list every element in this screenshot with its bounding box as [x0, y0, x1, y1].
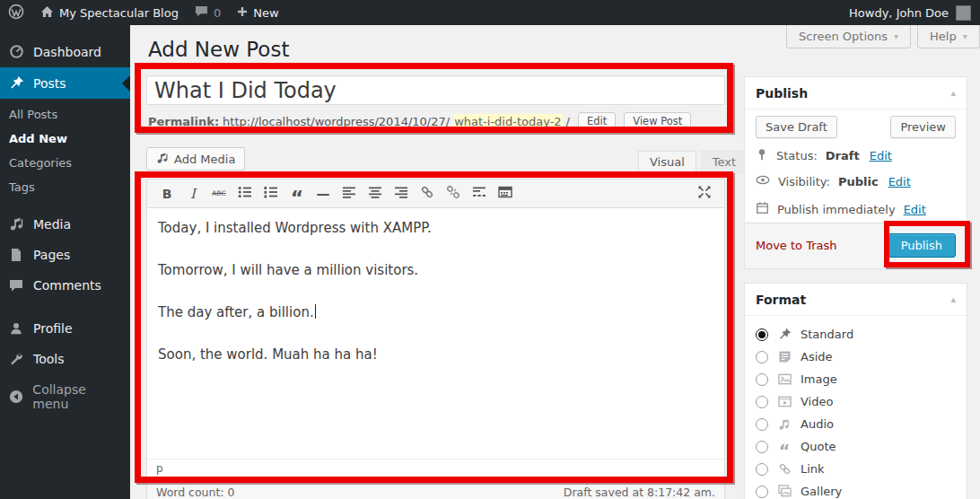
submenu-all-posts[interactable]: All Posts — [0, 102, 130, 127]
pages-icon — [7, 248, 25, 262]
tools-icon — [7, 352, 25, 366]
image-icon — [776, 372, 792, 386]
format-option-aside: Aside — [756, 346, 956, 368]
aside-icon — [776, 350, 792, 363]
sidebar-label-posts: Posts — [33, 76, 66, 91]
screen-meta-links: Screen Options ▾ Help ▾ — [786, 25, 980, 48]
radio-standard[interactable] — [756, 328, 768, 341]
format-label-video[interactable]: Video — [801, 395, 833, 408]
edit-visibility-link[interactable]: Edit — [888, 175, 911, 188]
format-label-link[interactable]: Link — [801, 462, 825, 476]
help-tab[interactable]: Help ▾ — [917, 25, 980, 48]
sidebar-item-collapse-menu[interactable]: Collapse menu — [0, 374, 130, 419]
sidebar-item-dashboard[interactable]: Dashboard — [0, 36, 130, 67]
move-to-trash-link[interactable]: Move to Trash — [756, 239, 837, 252]
sidebar-item-comments[interactable]: Comments — [0, 270, 130, 301]
radio-audio[interactable] — [756, 418, 768, 431]
preview-button[interactable]: Preview — [890, 116, 956, 138]
wordpress-menu[interactable] — [0, 0, 32, 25]
format-option-link: Link — [756, 458, 956, 480]
format-label-audio[interactable]: Audio — [801, 417, 834, 431]
edit-status-link[interactable]: Edit — [870, 149, 892, 162]
sidebar-item-pages[interactable]: Pages — [0, 240, 130, 270]
format-label-quote[interactable]: Quote — [801, 440, 836, 453]
sidebar-item-posts[interactable]: Posts — [0, 67, 130, 99]
gallery-icon — [776, 485, 792, 498]
admin-sidebar: Dashboard Posts All Posts Add New Catego… — [0, 25, 130, 499]
align-right-button[interactable] — [389, 182, 414, 206]
publish-box-header[interactable]: Publish ▴ — [745, 77, 967, 109]
format-box: Format ▴ Standard Aside Image Video Audi… — [744, 283, 967, 499]
screen-options-label: Screen Options — [799, 30, 888, 43]
dashboard-icon — [7, 44, 25, 59]
publish-button[interactable]: Publish — [888, 233, 956, 258]
howdy-text[interactable]: Howdy, John Doe — [849, 6, 949, 20]
quote-icon: “ — [776, 440, 792, 454]
radio-gallery[interactable] — [756, 486, 768, 498]
blockquote-button[interactable]: “ — [284, 182, 310, 206]
align-center-button[interactable] — [363, 182, 388, 206]
remove-link-button[interactable] — [441, 182, 466, 206]
submenu-tags[interactable]: Tags — [0, 175, 130, 199]
comment-bubble-icon — [195, 5, 208, 20]
align-left-button[interactable] — [337, 182, 362, 206]
radio-image[interactable] — [756, 373, 768, 386]
format-label-image[interactable]: Image — [801, 372, 837, 386]
avatar[interactable] — [956, 5, 971, 21]
add-media-label: Add Media — [174, 153, 235, 166]
status-label: Status: — [776, 149, 818, 162]
toolbar-toggle-button[interactable] — [493, 182, 518, 206]
sidebar-label-collapse: Collapse menu — [32, 382, 123, 411]
comments-shortcut[interactable]: 0 — [187, 0, 229, 25]
collapse-toggle-icon[interactable]: ▴ — [950, 293, 956, 305]
sidebar-item-tools[interactable]: Tools — [0, 344, 130, 374]
format-box-header[interactable]: Format ▴ — [745, 284, 967, 316]
horizontal-rule-button[interactable]: — — [311, 182, 336, 206]
radio-quote[interactable] — [756, 441, 768, 453]
numbered-list-button[interactable] — [258, 182, 284, 206]
editor-content-area[interactable]: Today, I installed Wordpress with XAMPP.… — [147, 208, 724, 460]
radio-link[interactable] — [756, 463, 768, 476]
radio-aside[interactable] — [756, 351, 768, 363]
new-content-menu[interactable]: New — [229, 0, 286, 25]
chevron-down-icon: ▾ — [894, 31, 898, 41]
format-label-standard[interactable]: Standard — [801, 328, 853, 341]
sidebar-label-pages: Pages — [33, 248, 70, 262]
sidebar-item-media[interactable]: Media — [0, 208, 130, 240]
save-draft-button[interactable]: Save Draft — [756, 116, 837, 138]
collapse-toggle-icon[interactable]: ▴ — [950, 87, 956, 99]
link-icon — [776, 462, 792, 476]
admin-bar: My Spectacular Blog 0 New Howdy, John Do… — [0, 0, 980, 25]
format-box-title: Format — [756, 293, 806, 307]
add-media-button[interactable]: Add Media — [146, 147, 245, 171]
audio-icon — [776, 418, 792, 431]
sidebar-item-profile[interactable]: Profile — [0, 313, 130, 344]
horizontal-rule-icon: — — [317, 186, 330, 202]
strikethrough-button[interactable]: ABC — [206, 182, 232, 206]
edit-schedule-link[interactable]: Edit — [904, 203, 926, 216]
publish-box-footer: Move to Trash Publish — [745, 223, 967, 268]
posts-submenu: All Posts Add New Categories Tags — [0, 99, 130, 208]
submenu-categories[interactable]: Categories — [0, 151, 130, 175]
bullet-list-button[interactable] — [232, 182, 258, 206]
distraction-free-button[interactable] — [692, 182, 717, 206]
chevron-down-icon: ▾ — [963, 31, 967, 41]
edit-permalink-button[interactable]: Edit — [578, 112, 616, 130]
format-label-gallery[interactable]: Gallery — [801, 485, 842, 498]
more-tag-icon — [472, 185, 486, 202]
site-name-link[interactable]: My Spectacular Blog — [32, 0, 187, 25]
more-tag-button[interactable] — [467, 182, 492, 206]
format-option-image: Image — [756, 368, 956, 390]
screen-options-tab[interactable]: Screen Options ▾ — [786, 25, 911, 48]
insert-link-button[interactable] — [415, 182, 440, 206]
radio-video[interactable] — [756, 396, 768, 408]
submenu-add-new[interactable]: Add New — [0, 127, 130, 151]
tab-text[interactable]: Text — [701, 151, 748, 174]
italic-button[interactable]: I — [180, 182, 206, 206]
view-post-button[interactable]: View Post — [624, 112, 691, 130]
bold-button[interactable]: B — [154, 182, 179, 206]
word-count: Word count: 0 — [156, 486, 235, 499]
tab-visual[interactable]: Visual — [638, 151, 696, 174]
format-label-aside[interactable]: Aside — [801, 350, 833, 363]
post-title-input[interactable] — [146, 75, 725, 105]
